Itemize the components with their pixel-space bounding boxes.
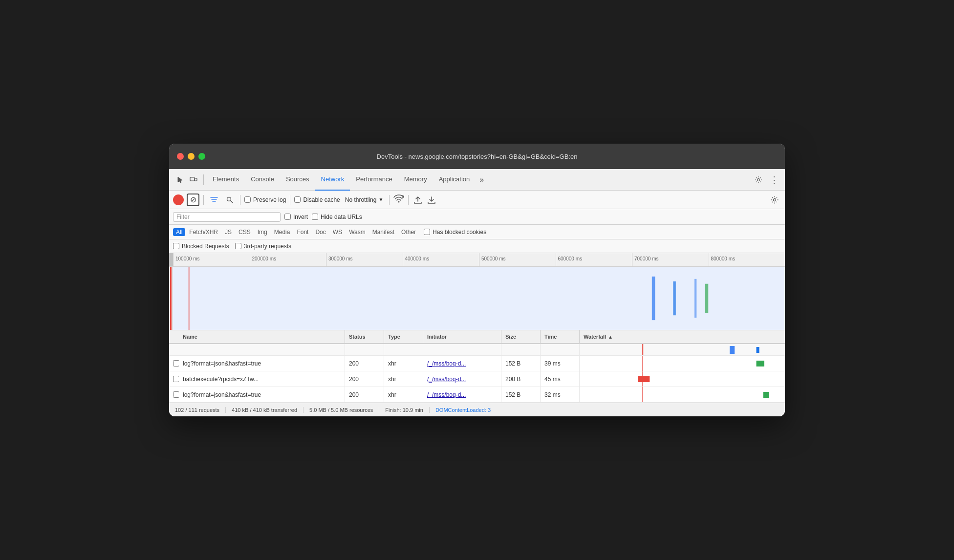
type-filter-media[interactable]: Media <box>271 228 293 236</box>
timeline-ticks: 100000 ms 200000 ms 300000 ms 400000 ms … <box>173 253 785 266</box>
third-party-checkbox[interactable]: 3rd-party requests <box>235 243 291 250</box>
row1-type: xhr <box>384 356 423 371</box>
has-blocked-cookies-input[interactable] <box>424 229 430 235</box>
type-filter-img[interactable]: Img <box>255 228 270 236</box>
type-filter-fetch-xhr[interactable]: Fetch/XHR <box>186 228 221 236</box>
tab-performance[interactable]: Performance <box>350 169 398 191</box>
tab-application[interactable]: Application <box>433 169 476 191</box>
spacer-name-1 <box>179 344 345 355</box>
tab-elements[interactable]: Elements <box>207 169 245 191</box>
svg-rect-19 <box>757 361 764 366</box>
more-tabs-button[interactable]: » <box>476 175 488 184</box>
filter-row: Filter Invert Hide data URLs <box>169 209 785 225</box>
col-header-size[interactable]: Size <box>501 330 541 343</box>
titlebar: DevTools - news.google.com/topstories?hl… <box>169 144 785 169</box>
blocked-requests-input[interactable] <box>173 243 179 249</box>
more-options-icon[interactable]: ⋮ <box>767 173 781 187</box>
tab-network[interactable]: Network <box>315 169 350 191</box>
hide-data-urls-checkbox[interactable]: Hide data URLs <box>312 214 362 220</box>
tab-list: Elements Console Sources Network Perform… <box>207 169 752 191</box>
spacer-initiator-1 <box>423 344 501 355</box>
row3-time: 32 ms <box>541 387 580 402</box>
hide-data-urls-input[interactable] <box>312 214 318 220</box>
type-filter-all[interactable]: All <box>173 228 185 236</box>
dom-content-status[interactable]: DOMContentLoaded: 3 <box>430 407 497 413</box>
third-party-input[interactable] <box>235 243 241 249</box>
filter-button[interactable] <box>208 194 220 206</box>
type-filter-wasm[interactable]: Wasm <box>346 228 369 236</box>
row3-checkbox-cell <box>169 387 179 402</box>
export-har-button[interactable] <box>426 194 437 205</box>
upload-icon <box>413 195 422 204</box>
col-header-type[interactable]: Type <box>384 330 423 343</box>
row3-size: 152 B <box>501 387 541 402</box>
col-header-status[interactable]: Status <box>345 330 384 343</box>
settings-icon[interactable] <box>752 173 765 187</box>
search-button[interactable] <box>223 194 236 206</box>
network-separator-2 <box>240 195 240 205</box>
col-header-time[interactable]: Time <box>541 330 580 343</box>
tab-sources[interactable]: Sources <box>280 169 315 191</box>
table-row-header-waterfall <box>169 344 785 356</box>
row3-checkbox[interactable] <box>173 391 179 398</box>
record-button[interactable] <box>173 194 184 205</box>
table-row[interactable]: batchexecute?rpcids=xZTw... 200 xhr /_/m… <box>169 371 785 387</box>
type-filter-doc[interactable]: Doc <box>312 228 328 236</box>
col-header-initiator[interactable]: Initiator <box>423 330 501 343</box>
minimize-button[interactable] <box>188 153 195 160</box>
row2-checkbox[interactable] <box>173 376 179 382</box>
cursor-icon[interactable] <box>173 173 187 187</box>
preserve-log-input[interactable] <box>244 196 251 203</box>
row2-time: 45 ms <box>541 371 580 387</box>
preserve-log-checkbox[interactable]: Preserve log <box>244 196 286 203</box>
row1-checkbox[interactable] <box>173 360 179 366</box>
filter-input[interactable] <box>192 214 277 220</box>
resources-status: 5.0 MB / 5.0 MB resources <box>304 407 379 413</box>
clear-button[interactable]: ⊘ <box>187 194 199 206</box>
type-filter-manifest[interactable]: Manifest <box>369 228 397 236</box>
type-filter-other[interactable]: Other <box>398 228 419 236</box>
type-filter-ws[interactable]: WS <box>330 228 345 236</box>
maximize-button[interactable] <box>198 153 205 160</box>
row1-waterfall <box>580 356 785 371</box>
col-header-name[interactable]: Name <box>179 330 345 343</box>
spacer-size-1 <box>501 344 541 355</box>
waterfall-sort-icon: ▲ <box>608 334 613 340</box>
type-filter-js[interactable]: JS <box>222 228 235 236</box>
waterfall-header-bars <box>580 344 785 355</box>
type-filter-font[interactable]: Font <box>294 228 311 236</box>
row2-wf-svg <box>584 371 781 387</box>
row1-size: 152 B <box>501 356 541 371</box>
tick-3: 300000 ms <box>326 253 403 266</box>
svg-rect-9 <box>173 267 785 330</box>
network-conditions-icon[interactable] <box>393 194 404 205</box>
import-har-button[interactable] <box>412 194 423 205</box>
type-filter-css[interactable]: CSS <box>236 228 254 236</box>
close-button[interactable] <box>177 153 184 160</box>
select-cursor-svg <box>176 176 184 184</box>
col-header-waterfall[interactable]: Waterfall ▲ <box>580 330 785 343</box>
tab-memory[interactable]: Memory <box>398 169 433 191</box>
timeline-header: 100000 ms 200000 ms 300000 ms 400000 ms … <box>169 253 785 267</box>
network-settings-button[interactable] <box>768 194 781 206</box>
invert-checkbox[interactable]: Invert <box>284 214 308 220</box>
filter-label: Filter <box>176 214 190 220</box>
table-row[interactable]: log?format=json&hasfast=true 200 xhr /_/… <box>169 356 785 371</box>
blocked-requests-checkbox[interactable]: Blocked Requests <box>173 243 229 250</box>
tick-2: 200000 ms <box>250 253 326 266</box>
row1-initiator: /_/mss/boq-d... <box>423 356 501 371</box>
timeline-drag-handle[interactable] <box>169 253 173 266</box>
tick-6: 600000 ms <box>556 253 632 266</box>
toolbar-separator-1 <box>203 174 204 185</box>
throttle-select[interactable]: No throttling ▼ <box>343 195 386 204</box>
filter-input-wrap: Filter <box>173 212 281 222</box>
invert-input[interactable] <box>284 214 291 220</box>
row2-type: xhr <box>384 371 423 387</box>
device-toggle-icon[interactable] <box>187 173 200 187</box>
table-row[interactable]: log?format=json&hasfast=true 200 xhr /_/… <box>169 387 785 403</box>
tab-console[interactable]: Console <box>245 169 280 191</box>
disable-cache-input[interactable] <box>294 196 301 203</box>
spacer-status-1 <box>345 344 384 355</box>
disable-cache-checkbox[interactable]: Disable cache <box>294 196 340 203</box>
tick-7: 700000 ms <box>632 253 709 266</box>
